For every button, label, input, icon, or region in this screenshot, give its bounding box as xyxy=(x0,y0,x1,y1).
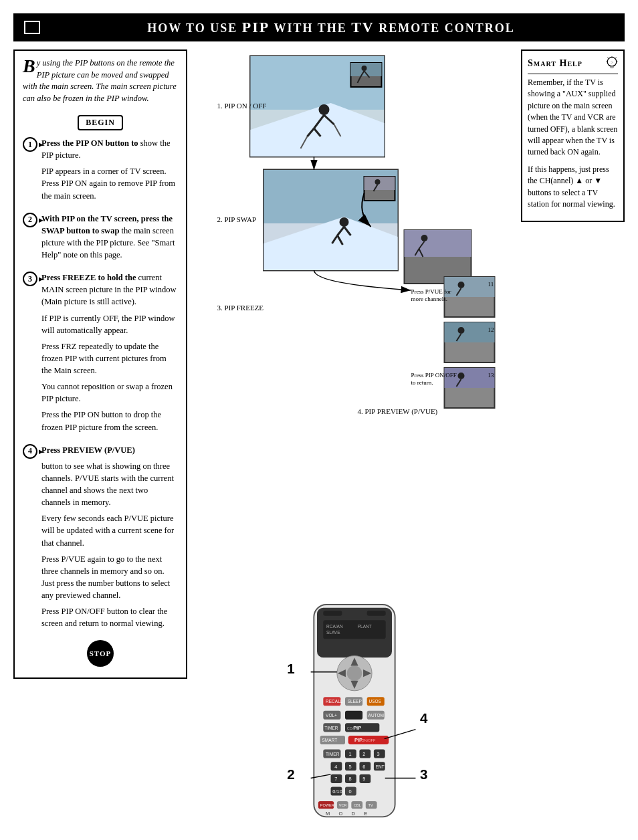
smart-help-title-text: Smart Help xyxy=(528,58,602,69)
svg-text:SMART: SMART xyxy=(322,738,337,742)
svg-text:POWER: POWER xyxy=(320,803,334,807)
smart-help-body: Remember, if the TV is showing a "AUX" s… xyxy=(528,77,618,210)
step-2-num: 2 xyxy=(23,213,37,227)
right-col: Smart Help Remember, if the TV xyxy=(521,49,625,222)
svg-text:2. PIP SWAP: 2. PIP SWAP xyxy=(217,215,257,223)
svg-point-22 xyxy=(340,217,349,227)
svg-text:12: 12 xyxy=(488,326,494,333)
svg-text:to return.: to return. xyxy=(411,379,433,386)
svg-text:Press PIP ON/OFF: Press PIP ON/OFF xyxy=(411,372,457,379)
svg-rect-139 xyxy=(610,66,613,68)
step-3: 3 Press FREEZE to hold the current MAIN … xyxy=(23,272,178,437)
svg-text:CBL: CBL xyxy=(354,803,361,807)
svg-text:PLANT: PLANT xyxy=(357,624,371,629)
svg-text:SLAVE: SLAVE xyxy=(326,630,340,635)
main-layout: B y using the PIP buttons on the remote … xyxy=(13,49,625,837)
svg-text:PIP: PIP xyxy=(353,725,361,731)
svg-text:3. PIP FREEZE: 3. PIP FREEZE xyxy=(217,304,264,312)
step-1-num: 1 xyxy=(23,137,37,152)
svg-text:2: 2 xyxy=(362,751,365,757)
step-4-num: 4 xyxy=(23,444,37,459)
svg-text:RECALL: RECALL xyxy=(326,699,343,704)
svg-text:6: 6 xyxy=(362,764,365,770)
svg-text:ON/OFF: ON/OFF xyxy=(361,738,376,742)
svg-text:4: 4 xyxy=(334,764,337,770)
svg-point-41 xyxy=(458,282,465,288)
svg-point-4 xyxy=(319,104,330,115)
svg-text:4: 4 xyxy=(420,710,428,726)
bulb-icon xyxy=(606,56,618,71)
step-3-heading: Press FREEZE to hold the xyxy=(41,273,136,282)
svg-text:TV: TV xyxy=(368,803,373,807)
svg-point-29 xyxy=(375,179,381,185)
step-1-heading: Press the PIP ON button to xyxy=(41,138,138,148)
svg-text:ENT: ENT xyxy=(375,764,384,769)
svg-rect-39 xyxy=(445,277,495,297)
svg-rect-82 xyxy=(345,711,362,720)
step-1: 1 Press the PIP ON button to show the PI… xyxy=(23,137,178,206)
step-3-num: 3 xyxy=(23,272,37,286)
smart-help-title: Smart Help xyxy=(528,56,618,74)
svg-text:more channels.: more channels. xyxy=(411,296,447,302)
left-col: B y using the PIP buttons on the remote … xyxy=(13,49,187,679)
svg-point-33 xyxy=(421,235,428,241)
step-2: 2 With PIP on the TV screen, press the S… xyxy=(23,213,178,266)
svg-text:TIMER: TIMER xyxy=(326,752,340,756)
svg-text:3: 3 xyxy=(377,751,379,757)
svg-text:AUTOM: AUTOM xyxy=(368,713,383,718)
svg-text:RCA/AN: RCA/AN xyxy=(326,624,343,629)
center-col: 1. PIP ON / OFF xyxy=(194,49,514,837)
svg-text:TIMER: TIMER xyxy=(324,726,338,730)
svg-text:0/10: 0/10 xyxy=(332,789,342,795)
svg-rect-63 xyxy=(366,611,385,615)
svg-text:5: 5 xyxy=(348,764,351,770)
smart-help-body-2: If this happens, just press the CH(annel… xyxy=(528,164,618,211)
svg-line-141 xyxy=(607,58,609,59)
svg-text:7: 7 xyxy=(334,776,337,782)
step-4-content: Press PREVIEW (P/VUE) button to see what… xyxy=(41,444,178,634)
header-title: How to Use PIP with the TV Remote Contro… xyxy=(48,19,614,36)
page-header: How to Use PIP with the TV Remote Contro… xyxy=(13,13,625,41)
step-1-content: Press the PIP ON button to show the PIP … xyxy=(41,137,178,206)
begin-wrap: BEGIN xyxy=(23,111,178,137)
svg-line-142 xyxy=(615,58,617,59)
smart-help-box: Smart Help Remember, if the TV xyxy=(521,49,625,222)
svg-text:CD/: CD/ xyxy=(346,726,353,730)
svg-point-46 xyxy=(458,327,465,334)
step-4: 4 Press PREVIEW (P/VUE) button to see wh… xyxy=(23,444,178,634)
svg-text:9: 9 xyxy=(362,776,365,782)
svg-point-13 xyxy=(362,66,367,71)
svg-text:4. PIP PREVIEW (P/VUE): 4. PIP PREVIEW (P/VUE) xyxy=(358,407,438,416)
svg-rect-44 xyxy=(445,322,495,342)
step-4-heading: Press PREVIEW (P/VUE) xyxy=(41,445,135,455)
svg-text:SLEEP: SLEEP xyxy=(347,699,361,704)
svg-text:1. PIP ON / OFF: 1. PIP ON / OFF xyxy=(217,102,267,110)
intro-text: B y using the PIP buttons on the remote … xyxy=(23,58,178,104)
svg-text:VCR: VCR xyxy=(338,803,346,807)
drop-cap: B xyxy=(23,58,35,74)
pip-diagrams-svg: 1. PIP ON / OFF xyxy=(194,49,514,618)
svg-text:USOS: USOS xyxy=(368,699,381,704)
svg-text:13: 13 xyxy=(488,372,495,379)
header-icon xyxy=(24,21,40,34)
svg-point-51 xyxy=(458,373,465,379)
svg-text:1: 1 xyxy=(287,661,294,676)
remote-svg: RCA/AN PLANT SLAVE RECALL SLEEP USOS xyxy=(261,597,448,837)
stop-badge-wrap: STOP xyxy=(23,640,178,667)
svg-rect-32 xyxy=(405,230,471,257)
svg-text:1: 1 xyxy=(348,751,351,757)
svg-text:11: 11 xyxy=(488,281,494,288)
intro-body: y using the PIP buttons on the remote th… xyxy=(23,58,177,103)
svg-text:2: 2 xyxy=(287,766,294,782)
svg-text:M O D E: M O D E xyxy=(326,811,371,817)
svg-rect-62 xyxy=(323,611,342,615)
smart-help-body-1: Remember, if the TV is showing a "AUX" s… xyxy=(528,77,618,159)
svg-text:Press P/VUE for: Press P/VUE for xyxy=(411,288,451,295)
step-3-content: Press FREEZE to hold the current MAIN sc… xyxy=(41,272,178,437)
svg-point-69 xyxy=(346,665,361,680)
remote-area: RCA/AN PLANT SLAVE RECALL SLEEP USOS xyxy=(194,597,514,837)
svg-text:0: 0 xyxy=(348,789,351,795)
begin-badge: BEGIN xyxy=(78,115,123,130)
svg-text:VOL+: VOL+ xyxy=(326,713,337,718)
stop-badge: STOP xyxy=(87,640,114,667)
